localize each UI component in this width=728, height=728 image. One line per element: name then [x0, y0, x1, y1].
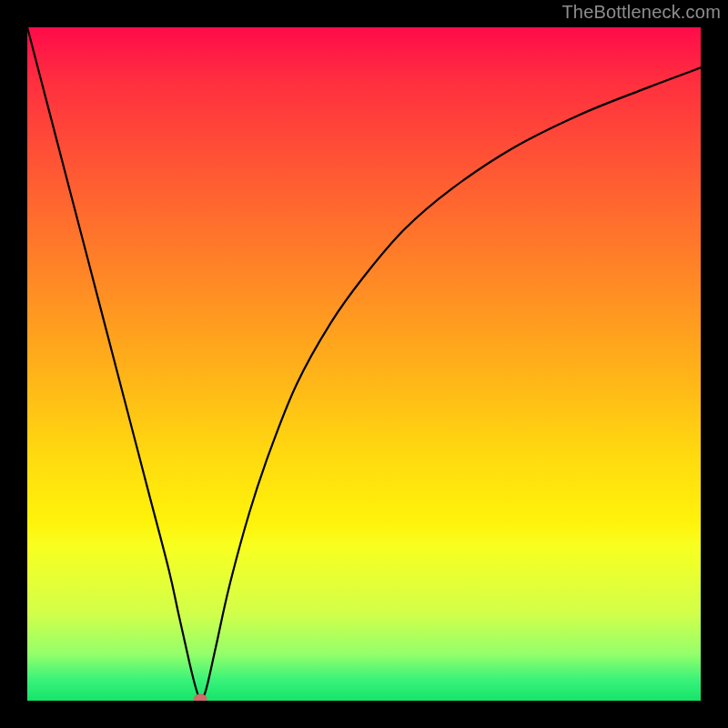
- watermark-text: TheBottleneck.com: [561, 2, 721, 23]
- bottleneck-curve: [27, 27, 701, 699]
- plot-area: [27, 27, 701, 701]
- chart-frame: TheBottleneck.com: [0, 0, 728, 728]
- chart-svg: [27, 27, 701, 701]
